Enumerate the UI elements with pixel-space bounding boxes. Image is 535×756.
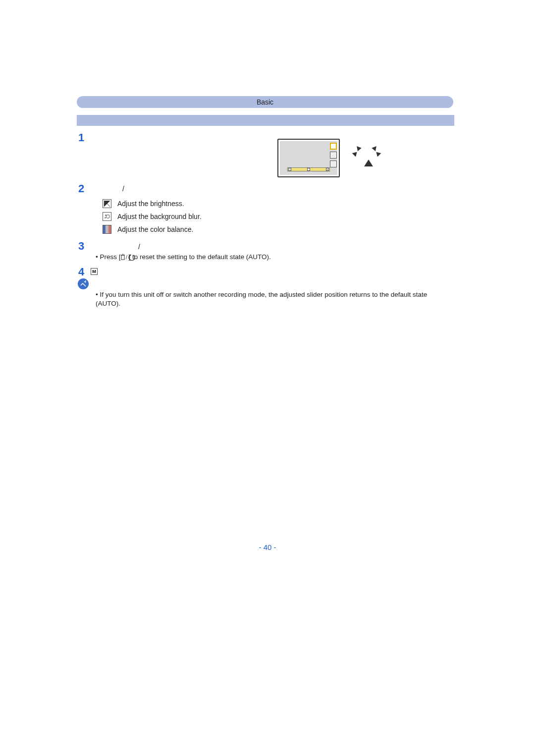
slider-plus: + bbox=[326, 168, 329, 171]
lcd-screen: − · + bbox=[277, 139, 340, 177]
trash-return-icon: / bbox=[121, 254, 129, 261]
note-body: If you turn this unit off or switch anot… bbox=[96, 291, 427, 307]
page-number-text: - 40 - bbox=[259, 543, 276, 551]
svg-rect-5 bbox=[108, 225, 111, 233]
menu-set-icon: M bbox=[91, 268, 98, 275]
lcd-side-icons bbox=[330, 143, 337, 167]
subheader-bar bbox=[77, 115, 454, 126]
step3-sub-suffix: ] to reset the setting to the default st… bbox=[129, 253, 271, 261]
page: Basic 1 2 3 4 / / Adjust the brightness.… bbox=[0, 0, 535, 756]
step-number-4: 4 bbox=[78, 266, 84, 278]
arrow-icon bbox=[355, 145, 361, 151]
note-bullet: • bbox=[96, 291, 98, 298]
arrow-icon bbox=[376, 151, 381, 157]
step3-slash: / bbox=[138, 243, 140, 251]
slider-minus: − bbox=[288, 168, 291, 171]
arrow-icon bbox=[351, 151, 357, 157]
svg-point-2 bbox=[105, 217, 106, 218]
svg-point-1 bbox=[105, 215, 106, 216]
note-text: • If you turn this unit off or switch an… bbox=[96, 290, 452, 308]
section-header-text: Basic bbox=[257, 98, 273, 106]
section-header-pill: Basic bbox=[77, 96, 453, 108]
option-brightness-label: Adjust the brightness. bbox=[117, 200, 184, 208]
svg-rect-3 bbox=[103, 225, 106, 233]
step3-subtext: • Press [ / ] to reset the setting to th… bbox=[96, 253, 271, 261]
lcd-illustration: − · + bbox=[277, 139, 386, 188]
arrow-icon bbox=[372, 145, 378, 151]
step-number-1: 1 bbox=[78, 131, 84, 144]
lcd-icon-brightness bbox=[330, 143, 337, 150]
lcd-icon-color bbox=[330, 161, 337, 167]
lcd-slider: − · + bbox=[287, 167, 330, 171]
defocus-icon bbox=[103, 212, 111, 221]
step2-slash: / bbox=[122, 185, 124, 193]
page-number: - 40 - bbox=[0, 543, 535, 551]
dpad-arrows bbox=[352, 143, 381, 172]
option-color: Adjust the color balance. bbox=[103, 225, 202, 234]
step2-options: Adjust the brightness. Adjust the backgr… bbox=[103, 199, 202, 238]
svg-text:/: / bbox=[126, 255, 127, 260]
exposure-compensation-icon bbox=[103, 199, 111, 208]
svg-rect-6 bbox=[121, 255, 124, 260]
option-color-label: Adjust the color balance. bbox=[117, 225, 193, 233]
svg-rect-4 bbox=[106, 225, 108, 233]
menu-set-icon-label: M bbox=[92, 269, 96, 274]
option-brightness: Adjust the brightness. bbox=[103, 199, 202, 208]
slider-center: · bbox=[307, 168, 310, 171]
arrow-up-icon bbox=[364, 160, 373, 166]
option-blur: Adjust the background blur. bbox=[103, 212, 202, 221]
step3-sub-prefix: • Press [ bbox=[96, 253, 121, 261]
color-balance-icon bbox=[103, 225, 111, 234]
option-blur-label: Adjust the background blur. bbox=[117, 213, 202, 220]
step-number-2: 2 bbox=[78, 182, 84, 195]
note-icon bbox=[78, 278, 89, 289]
lcd-icon-blur bbox=[330, 152, 337, 159]
step-number-3: 3 bbox=[78, 240, 84, 253]
svg-point-0 bbox=[106, 215, 109, 218]
